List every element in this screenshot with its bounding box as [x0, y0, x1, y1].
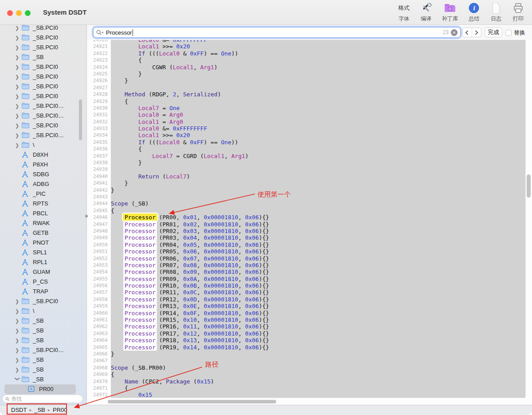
breadcrumb-item[interactable]: _SB [34, 407, 45, 413]
vertical-scrollbar[interactable] [525, 40, 532, 398]
sidebar-item-_sbpci0[interactable]: ❯_SB.PCI0… [0, 101, 86, 111]
disclosure-triangle[interactable]: ❯ [15, 83, 20, 90]
sidebar-search-input[interactable] [11, 396, 80, 402]
sidebar-item-sdbg[interactable]: SDBG [0, 170, 86, 179]
sidebar-item-rpl1[interactable]: RPL1 [0, 257, 86, 267]
sidebar-item-d8xh[interactable]: D8XH [0, 150, 86, 160]
sidebar-item-_sb[interactable]: ❯_SB [0, 316, 86, 326]
sidebar-item-pr00[interactable]: PR00 [0, 384, 86, 394]
replace-checkbox[interactable] [505, 30, 512, 36]
sidebar-item-[interactable]: ❯\ [0, 140, 86, 150]
disclosure-triangle[interactable]: ❯ [15, 35, 20, 41]
code-line: 24947 Processor (PR01, 0x02, 0x00001810,… [87, 221, 525, 228]
compile-button[interactable]: 编译 [416, 1, 436, 23]
sidebar-item-_sb[interactable]: ❯_SB [0, 375, 86, 384]
sidebar-item-_sbpci0[interactable]: ❯_SB.PCI0 [0, 25, 86, 33]
disclosure-triangle[interactable]: ❯ [15, 113, 20, 119]
sidebar-item-_sb[interactable]: ❯_SB [0, 336, 86, 345]
disclosure-triangle[interactable]: ❯ [15, 357, 20, 363]
disclosure-triangle[interactable]: ❯ [15, 64, 20, 70]
sidebar-item-label: _SB.PCI0 [33, 122, 58, 129]
sidebar-item-_sbpci0[interactable]: ❯_SB.PCI0 [0, 296, 86, 306]
sidebar-item-_sbpci0[interactable]: ❯_SB.PCI0 [0, 43, 86, 52]
sidebar-item-_pic[interactable]: _PIC [0, 189, 86, 199]
log-button[interactable]: 日志 [486, 1, 506, 23]
sidebar-item-_sbpci0[interactable]: ❯_SB.PCI0… [0, 130, 86, 140]
sidebar-item-_sb[interactable]: ❯_SB [0, 355, 86, 365]
disclosure-triangle[interactable]: ❯ [15, 74, 20, 80]
disclosure-triangle[interactable]: ❯ [15, 337, 20, 344]
zoom-window-button[interactable] [25, 10, 31, 16]
patch-library-button[interactable]: 补丁库 [438, 1, 462, 23]
previous-match-button[interactable] [462, 28, 472, 37]
line-number: 24941 [87, 180, 111, 186]
sidebar-item-label: RPL1 [33, 259, 47, 265]
sidebar-item-_sbpci0[interactable]: ❯_SB.PCI0 [0, 82, 86, 91]
disclosure-triangle[interactable]: ❯ [15, 308, 20, 314]
horizontal-scrollbar[interactable] [103, 398, 525, 405]
disclosure-triangle[interactable]: ❯ [15, 318, 20, 324]
sidebar-item-pbcl[interactable]: PBCL [0, 209, 86, 218]
sidebar-item-_sbpci0[interactable]: ❯_SB.PCI0… [0, 111, 86, 121]
disclosure-triangle[interactable]: ❯ [15, 103, 20, 109]
breadcrumb-item[interactable]: PR00 [53, 407, 67, 413]
disclosure-triangle[interactable]: ❯ [15, 93, 20, 99]
disclosure-triangle[interactable]: ❯ [15, 123, 20, 129]
sidebar-item-_sb[interactable]: ❯_SB [0, 365, 86, 375]
sidebar-item-_sbpci0[interactable]: ❯_SB.PCI0… [0, 345, 86, 355]
sidebar-item-adbg[interactable]: ADBG [0, 179, 86, 189]
splitter-handle[interactable] [85, 215, 88, 217]
find-field[interactable]: Processor 23 ✕ [93, 27, 461, 38]
sidebar-item-label: _SB.PCI0 [33, 93, 58, 99]
disclosure-triangle[interactable]: ❯ [15, 142, 20, 148]
code-line: 24924 CGWR (Local1, Arg1) [87, 64, 525, 71]
sidebar-item-_sb[interactable]: ❯_SB [0, 52, 86, 62]
disclosure-triangle[interactable]: ❯ [15, 347, 20, 353]
sidebar-item-_sbpci0[interactable]: ❯_SB.PCI0 [0, 121, 86, 130]
sidebar-item-rwak[interactable]: RWAK [0, 218, 86, 228]
breadcrumb[interactable]: DSDT▸_SB▸PR00 [11, 407, 67, 413]
sidebar-item-spl1[interactable]: SPL1 [0, 248, 86, 257]
disclosure-triangle[interactable]: ❯ [15, 328, 20, 334]
sidebar-item-p8xh[interactable]: P8XH [0, 160, 86, 170]
sidebar-item-_sbpci0[interactable]: ❯_SB.PCI0 [0, 72, 86, 82]
sidebar-item-_sbpci0[interactable]: ❯_SB.PCI0 [0, 62, 86, 72]
breadcrumb-item[interactable]: DSDT [11, 407, 27, 413]
sidebar-item-rpts[interactable]: RPTS [0, 199, 86, 209]
sidebar-item-guam[interactable]: GUAM [0, 267, 86, 277]
disclosure-triangle[interactable]: ❯ [15, 132, 20, 138]
summary-button[interactable]: i 总结 [464, 1, 484, 23]
vertical-scrollbar-thumb[interactable] [527, 174, 531, 198]
folder-icon [22, 376, 29, 383]
disclosure-triangle[interactable]: ❯ [15, 298, 20, 304]
sidebar-item-_sb[interactable]: ❯_SB [0, 326, 86, 336]
sidebar-item-label: _SB.PCI0 [33, 44, 58, 51]
disclosure-triangle[interactable]: ❯ [15, 54, 20, 60]
clear-search-icon[interactable]: ✕ [451, 29, 458, 36]
sidebar-item-[interactable]: ❯\ [0, 306, 86, 316]
sidebar-item-pnot[interactable]: PNOT [0, 238, 86, 248]
minimize-window-button[interactable] [16, 10, 22, 16]
sidebar-item-p_cs[interactable]: P_CS [0, 277, 86, 287]
next-match-button[interactable] [472, 28, 481, 37]
done-button[interactable]: 完成 [485, 28, 502, 37]
horizontal-scrollbar-thumb[interactable] [108, 400, 276, 403]
sidebar-item-label: RWAK [33, 220, 50, 226]
sidebar-item-trap[interactable]: TRAP [0, 287, 86, 296]
find-match-highlight: Processor [123, 323, 157, 330]
disclosure-triangle[interactable]: ❯ [15, 25, 20, 31]
sidebar-search-field[interactable] [2, 395, 83, 403]
print-button[interactable]: 打印 [508, 1, 528, 23]
disclosure-triangle[interactable]: ❯ [15, 367, 20, 373]
disclosure-triangle[interactable]: ❯ [15, 377, 21, 382]
close-window-button[interactable] [7, 10, 13, 16]
sidebar-scrollbar-thumb[interactable] [79, 99, 82, 140]
code-editor[interactable]: 24920 Local0 &= 0xFFFFFFFF24921 Local1 >… [87, 40, 525, 398]
sidebar-item-_sbpci0[interactable]: ❯_SB.PCI0 [0, 33, 86, 43]
sidebar-item-label: _SB.PCI0… [33, 347, 64, 353]
sidebar-item-getb[interactable]: GETB [0, 228, 86, 238]
fonts-button[interactable]: 格式 字体 [394, 1, 414, 23]
sidebar-item-_sbpci0[interactable]: ❯_SB.PCI0 [0, 91, 86, 101]
line-number: 24972 [87, 391, 111, 398]
disclosure-triangle[interactable]: ❯ [15, 44, 20, 51]
